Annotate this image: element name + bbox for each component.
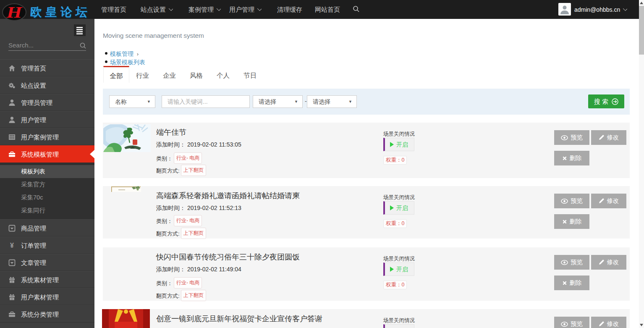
svg-text:H: H	[6, 3, 23, 21]
